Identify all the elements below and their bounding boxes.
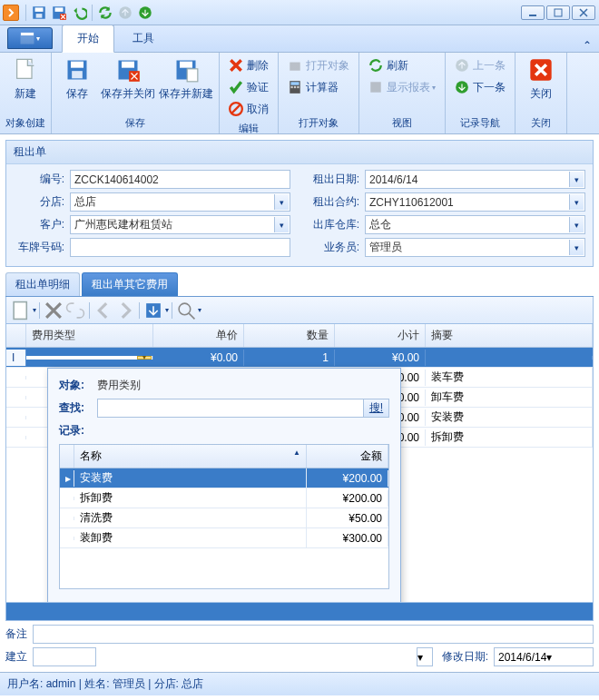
open-object-button: 打开对象 (282, 54, 355, 76)
minimize-button[interactable] (521, 5, 545, 20)
tab-detail[interactable]: 租出单明细 (5, 272, 80, 296)
app-icon (3, 5, 19, 21)
qat-refresh-icon[interactable] (97, 5, 113, 21)
col-qty[interactable]: 数量 (244, 324, 335, 347)
lookup-row[interactable]: ▸安装费¥200.00 (60, 468, 388, 488)
col-sub[interactable]: 小计 (335, 324, 426, 347)
search-button[interactable]: 搜! (363, 399, 388, 417)
save-button[interactable]: 保存 (55, 54, 99, 104)
qat-save-icon[interactable] (31, 5, 47, 21)
group-label: 保存 (55, 114, 215, 132)
tb-new-icon[interactable] (11, 301, 31, 320)
branch-dropdown-icon[interactable]: ▾ (274, 194, 289, 210)
date-input[interactable]: 2014/6/14▾ (365, 170, 585, 189)
cust-input[interactable]: 广州惠民建材租赁站▾ (70, 215, 290, 234)
group-label: 关闭 (519, 114, 563, 132)
save-new-button[interactable]: 保存并新建 (157, 54, 215, 104)
tab-tools[interactable]: 工具 (118, 25, 169, 52)
pcol-amt[interactable]: 金额 (307, 445, 388, 468)
lookup-row[interactable]: 拆卸费¥200.00 (60, 488, 388, 508)
col-remark[interactable]: 摘要 (426, 324, 593, 347)
create-input[interactable] (33, 647, 96, 666)
titlebar (0, 0, 599, 25)
tab-other-fees[interactable]: 租出单其它费用 (82, 272, 178, 296)
new-button[interactable]: 新建 (4, 54, 47, 104)
calculator-button[interactable]: 计算器 (282, 76, 355, 98)
qat-undo-icon[interactable] (71, 5, 87, 21)
group-label: 编辑 (223, 120, 274, 137)
contract-input[interactable]: ZCHY110612001▾ (365, 192, 585, 212)
remark-label: 备注 (5, 626, 27, 642)
cust-dropdown-icon[interactable]: ▾ (274, 217, 289, 232)
close-button[interactable] (572, 5, 595, 20)
mod-label: 修改日期: (442, 649, 488, 665)
find-input[interactable]: 搜! (97, 399, 389, 418)
remark-input[interactable] (33, 625, 594, 644)
qat-next-icon[interactable] (137, 5, 153, 21)
no-input[interactable]: ZCCK140614002 (70, 170, 290, 189)
tab-start[interactable]: 开始 (62, 25, 114, 53)
ribbon: 新建 对象创建 保存 保存并关闭 保存并新建 保存 删除 验证 取消 编辑 打开… (0, 53, 599, 134)
pcol-name[interactable]: 名称▲ (74, 445, 307, 468)
clerk-input[interactable]: 管理员▾ (365, 238, 585, 257)
branch-label: 分店: (14, 194, 64, 210)
fees-grid: 费用类型 单价 数量 小计 摘要 I ▾ ¥0.00 1 ¥0.00 500.0… (5, 324, 594, 603)
svg-rect-25 (290, 82, 299, 84)
menubar: ▾ 开始 工具 ⌃ (0, 25, 599, 53)
tb-link-icon (65, 301, 85, 320)
svg-rect-2 (36, 14, 43, 18)
tb-search-icon[interactable] (176, 301, 196, 320)
save-close-button[interactable]: 保存并关闭 (99, 54, 157, 104)
obj-label: 对象: (59, 378, 97, 393)
chevron-down-icon[interactable]: ▾ (417, 651, 432, 664)
group-label: 视图 (363, 114, 441, 132)
lookup-row[interactable]: 清洗费¥50.00 (60, 508, 388, 528)
branch-input[interactable]: 总店▾ (70, 192, 290, 212)
cust-label: 客户: (14, 217, 64, 232)
maximize-button[interactable] (546, 5, 570, 20)
tb-next-icon (115, 301, 135, 320)
delete-button[interactable]: 删除 (223, 54, 274, 76)
cancel-button[interactable]: 取消 (223, 98, 274, 120)
app-menu-button[interactable]: ▾ (7, 27, 53, 49)
qat-save-close-icon[interactable] (51, 5, 67, 21)
svg-point-35 (179, 303, 191, 315)
lookup-row[interactable]: 装卸费¥300.00 (60, 528, 388, 548)
tb-prev-icon (93, 301, 113, 320)
svg-rect-21 (187, 69, 198, 82)
svg-rect-26 (290, 86, 292, 88)
find-label: 查找: (59, 400, 97, 416)
next-record-button[interactable]: 下一条 (449, 76, 511, 98)
mod-date-input[interactable]: 2014/6/14▾ (494, 647, 594, 666)
contract-dropdown-icon[interactable]: ▾ (569, 194, 584, 210)
no-label: 编号: (14, 172, 64, 187)
collapse-ribbon-icon[interactable]: ⌃ (583, 39, 592, 52)
date-label: 租出日期: (309, 172, 359, 187)
contract-label: 租出合约: (309, 194, 359, 210)
status-bar: 用户名: admin | 姓名: 管理员 | 分店: 总店 (0, 672, 599, 695)
tb-delete-icon[interactable] (44, 301, 64, 320)
svg-rect-9 (555, 9, 562, 16)
wh-dropdown-icon[interactable]: ▾ (569, 217, 584, 232)
clerk-dropdown-icon[interactable]: ▾ (569, 240, 584, 255)
grid-toolbar: ▾ ▾ ▾ (5, 297, 594, 324)
wh-input[interactable]: 总仓▾ (365, 215, 585, 234)
svg-rect-33 (14, 301, 26, 319)
grid-edit-row[interactable]: I ▾ ¥0.00 1 ¥0.00 (6, 348, 593, 368)
close-window-button[interactable]: 关闭 (519, 54, 563, 104)
tb-export-icon[interactable] (143, 301, 163, 320)
col-type[interactable]: 费用类型 (26, 324, 153, 347)
mod-date-dropdown-icon[interactable]: ▾ (546, 651, 552, 664)
type-dropdown-icon[interactable]: ▾ (137, 356, 152, 360)
verify-button[interactable]: 验证 (223, 76, 274, 98)
plate-label: 车牌号码: (14, 240, 64, 255)
refresh-button[interactable]: 刷新 (363, 54, 441, 76)
lookup-popup: 对象:费用类别 查找:搜! 记录: 名称▲金额 ▸安装费¥200.00 拆卸费¥… (47, 368, 401, 602)
svg-rect-4 (55, 7, 64, 12)
form-title: 租出单 (6, 141, 593, 164)
date-dropdown-icon[interactable]: ▾ (569, 172, 584, 187)
svg-rect-20 (180, 62, 192, 68)
plate-input[interactable] (70, 238, 290, 257)
col-price[interactable]: 单价 (153, 324, 244, 347)
unknown-dropdown[interactable]: ▾ (417, 647, 433, 666)
